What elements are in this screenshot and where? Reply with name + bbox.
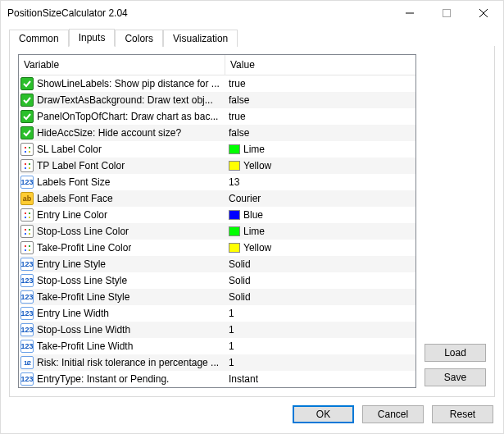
table-row[interactable]: HideAccSize: Hide account size?false <box>19 125 415 141</box>
value-label: 1 <box>229 357 234 368</box>
tab-colors[interactable]: Colors <box>115 30 163 47</box>
table-row[interactable]: ShowLineLabels: Show pip distance for ..… <box>19 75 415 92</box>
value-cell[interactable]: Solid <box>225 256 415 272</box>
value-cell[interactable]: Yellow <box>225 240 415 256</box>
header-value[interactable]: Value <box>225 55 415 75</box>
fraction-icon: 1/2 <box>20 356 34 369</box>
variable-cell[interactable]: 123Labels Font Size <box>19 174 225 190</box>
tab-visualization[interactable]: Visualization <box>163 30 238 47</box>
bool-icon <box>20 110 34 123</box>
variable-label: SL Label Color <box>37 144 102 155</box>
minimize-button[interactable] <box>391 2 428 25</box>
table-row[interactable]: 123Stop-Loss Line StyleSolid <box>19 272 415 289</box>
table-row[interactable]: TP Label Font ColorYellow <box>19 158 415 174</box>
table-row[interactable]: Stop-Loss Line ColorLime <box>19 223 415 240</box>
variable-cell[interactable]: 123Take-Profit Line Width <box>19 338 225 354</box>
value-label: Solid <box>229 291 251 303</box>
close-button[interactable] <box>465 2 502 25</box>
value-cell[interactable]: 13 <box>225 174 415 190</box>
header-variable[interactable]: Variable <box>19 55 225 75</box>
table-row[interactable]: 123Take-Profit Line StyleSolid <box>19 289 415 305</box>
value-label: Blue <box>243 209 263 221</box>
variable-cell[interactable]: 123EntryType: Instant or Pending. <box>19 371 225 387</box>
table-row[interactable]: Take-Profit Line ColorYellow <box>19 240 415 256</box>
value-cell[interactable]: 1 <box>225 305 415 322</box>
table-row[interactable]: SL Label ColorLime <box>19 141 415 158</box>
variable-cell[interactable]: Take-Profit Line Color <box>19 240 225 256</box>
variable-cell[interactable]: TP Label Font Color <box>19 158 225 174</box>
value-label: Lime <box>243 226 265 237</box>
variable-cell[interactable]: 123Entry Line Width <box>19 305 225 322</box>
color-icon <box>20 225 34 238</box>
table-row[interactable]: abLabels Font FaceCourier <box>19 190 415 207</box>
bool-icon <box>20 94 34 107</box>
number-icon: 123 <box>20 290 34 304</box>
number-icon: 123 <box>20 176 34 189</box>
variable-label: Take-Profit Line Style <box>37 291 129 303</box>
value-cell[interactable]: Yellow <box>225 158 415 174</box>
variable-cell[interactable]: 1/2Risk: Initial risk tolerance in perce… <box>19 354 225 371</box>
variable-cell[interactable]: abLabels Font Face <box>19 190 225 207</box>
variable-cell[interactable]: 123Entry Line Style <box>19 256 225 272</box>
bool-icon <box>20 126 34 139</box>
variable-cell[interactable]: SL Label Color <box>19 141 225 158</box>
color-swatch <box>229 226 240 236</box>
variable-cell[interactable]: PanelOnTopOfChart: Draw chart as bac... <box>19 108 225 125</box>
cancel-button[interactable]: Cancel <box>362 405 424 423</box>
save-button[interactable]: Save <box>425 368 486 386</box>
value-cell[interactable]: 1 <box>225 354 415 371</box>
table-row[interactable]: 123Entry Line StyleSolid <box>19 256 415 272</box>
value-cell[interactable]: Blue <box>225 207 415 223</box>
table-row[interactable]: 123Stop-Loss Line Width1 <box>19 322 415 338</box>
side-buttons: Load Save <box>425 54 486 388</box>
variable-cell[interactable]: ShowLineLabels: Show pip distance for ..… <box>19 75 225 92</box>
value-cell[interactable]: Lime <box>225 223 415 240</box>
value-cell[interactable]: true <box>225 75 415 92</box>
table-row[interactable]: DrawTextAsBackground: Draw text obj...fa… <box>19 92 415 108</box>
variable-cell[interactable]: Stop-Loss Line Color <box>19 223 225 240</box>
variable-label: Take-Profit Line Width <box>37 340 133 352</box>
inputs-grid[interactable]: Variable Value ShowLineLabels: Show pip … <box>18 54 416 388</box>
table-row[interactable]: PanelOnTopOfChart: Draw chart as bac...t… <box>19 108 415 125</box>
variable-label: Entry Line Width <box>37 308 109 319</box>
bottom-buttons: OK Cancel Reset <box>9 397 495 423</box>
variable-label: EntryType: Instant or Pending. <box>37 373 169 385</box>
maximize-button <box>428 2 465 25</box>
value-label: Yellow <box>243 160 271 171</box>
table-row[interactable]: 1/2Risk: Initial risk tolerance in perce… <box>19 354 415 371</box>
variable-cell[interactable]: 123Stop-Loss Line Width <box>19 322 225 338</box>
value-cell[interactable]: false <box>225 92 415 108</box>
ok-button[interactable]: OK <box>293 405 354 423</box>
value-label: Yellow <box>243 242 271 254</box>
value-cell[interactable]: Courier <box>225 190 415 207</box>
table-row[interactable]: 123Take-Profit Line Width1 <box>19 338 415 354</box>
value-cell[interactable]: 1 <box>225 322 415 338</box>
tab-inputs[interactable]: Inputs <box>69 29 116 47</box>
value-cell[interactable]: 1 <box>225 338 415 354</box>
table-row[interactable]: Entry Line ColorBlue <box>19 207 415 223</box>
color-icon <box>20 159 34 172</box>
variable-cell[interactable]: 123Stop-Loss Line Style <box>19 272 225 289</box>
variable-cell[interactable]: Entry Line Color <box>19 207 225 223</box>
variable-cell[interactable]: 123Take-Profit Line Style <box>19 289 225 305</box>
reset-button[interactable]: Reset <box>432 405 493 423</box>
load-button[interactable]: Load <box>425 344 486 362</box>
value-cell[interactable]: true <box>225 108 415 125</box>
variable-label: HideAccSize: Hide account size? <box>37 127 181 139</box>
variable-cell[interactable]: HideAccSize: Hide account size? <box>19 125 225 141</box>
tab-strip: Common Inputs Colors Visualization <box>9 28 495 46</box>
value-cell[interactable]: false <box>225 125 415 141</box>
value-label: 1 <box>229 308 234 319</box>
value-cell[interactable]: Instant <box>225 371 415 387</box>
value-cell[interactable]: Solid <box>225 272 415 289</box>
table-row[interactable]: 123Entry Line Width1 <box>19 305 415 322</box>
table-row[interactable]: 123Labels Font Size13 <box>19 174 415 190</box>
grid-header: Variable Value <box>19 55 415 75</box>
number-icon: 123 <box>20 323 34 336</box>
tab-common[interactable]: Common <box>9 30 69 47</box>
variable-cell[interactable]: DrawTextAsBackground: Draw text obj... <box>19 92 225 108</box>
grid-body: ShowLineLabels: Show pip distance for ..… <box>19 75 415 387</box>
value-cell[interactable]: Lime <box>225 141 415 158</box>
value-cell[interactable]: Solid <box>225 289 415 305</box>
table-row[interactable]: 123EntryType: Instant or Pending.Instant <box>19 371 415 387</box>
